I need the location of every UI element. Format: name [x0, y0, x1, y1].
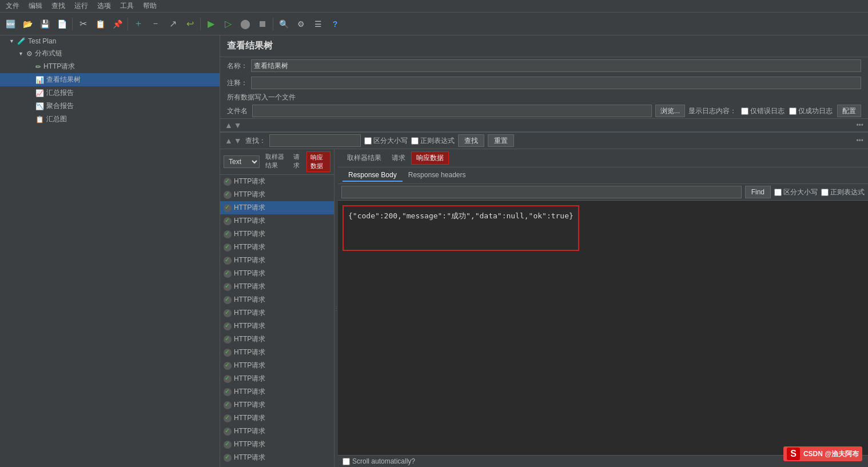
- tree-result-tree[interactable]: 📊 查看结果树: [0, 73, 220, 86]
- request-item-20[interactable]: HTTP请求: [220, 438, 334, 451]
- menu-tools[interactable]: 工具: [117, 0, 137, 12]
- toolbar-new[interactable]: 🆕: [2, 16, 18, 32]
- menu-options[interactable]: 选项: [94, 0, 114, 12]
- find-button[interactable]: 查找: [458, 134, 484, 147]
- request-item-6[interactable]: HTTP请求: [220, 254, 334, 267]
- tab-sampler-result[interactable]: 取样器结果: [262, 151, 289, 172]
- resp-case-checkbox[interactable]: [774, 189, 782, 196]
- tree-http-request[interactable]: ✏ HTTP请求: [0, 60, 220, 73]
- request-item-5[interactable]: HTTP请求: [220, 241, 334, 254]
- toolbar-list[interactable]: ☰: [310, 16, 326, 32]
- dots-menu-top[interactable]: •••: [856, 121, 863, 129]
- search-arrows2: ▲ ▼: [225, 136, 242, 145]
- toolbar-minus[interactable]: －: [148, 16, 164, 32]
- up-arrow2-icon[interactable]: ▲: [225, 136, 233, 145]
- response-find-button[interactable]: Find: [745, 186, 771, 198]
- resp-tab-sampler[interactable]: 取样器结果: [343, 151, 386, 165]
- tree-test-plan[interactable]: ▼ 🧪 Test Plan: [0, 35, 220, 47]
- comment-row: 注释：: [220, 74, 868, 91]
- format-select[interactable]: Text HTML JSON XML: [224, 155, 260, 168]
- request-item-9[interactable]: HTTP请求: [220, 293, 334, 306]
- toolbar-open[interactable]: 📂: [19, 16, 35, 32]
- request-item-21[interactable]: HTTP请求: [220, 451, 334, 464]
- request-label-7: HTTP请求: [234, 269, 265, 278]
- toolbar-paste[interactable]: 📌: [109, 16, 125, 32]
- request-item-3[interactable]: HTTP请求: [220, 214, 334, 227]
- config-button[interactable]: 配置: [837, 105, 861, 117]
- comment-input[interactable]: [251, 77, 861, 89]
- browse-button[interactable]: 浏览...: [655, 105, 685, 117]
- toolbar-saveas[interactable]: 📄: [54, 16, 70, 32]
- scroll-auto-checkbox[interactable]: [343, 458, 350, 465]
- file-input[interactable]: [252, 105, 652, 117]
- resp-tab-request[interactable]: 请求: [387, 151, 410, 165]
- menu-help[interactable]: 帮助: [140, 0, 160, 12]
- tree-distributed[interactable]: ▼ ⚙ 分布式链: [0, 47, 220, 60]
- up-arrow-icon[interactable]: ▲: [225, 121, 233, 130]
- request-item-11[interactable]: HTTP请求: [220, 320, 334, 333]
- request-item-13[interactable]: HTTP请求: [220, 346, 334, 359]
- menu-edit[interactable]: 编辑: [25, 0, 46, 12]
- tree-summary[interactable]: 📈 汇总报告: [0, 86, 220, 99]
- resp-tab-response-data[interactable]: 响应数据: [411, 151, 449, 165]
- toolbar-save[interactable]: 💾: [37, 16, 53, 32]
- toolbar-help[interactable]: ?: [327, 16, 343, 32]
- request-item-8[interactable]: HTTP请求: [220, 280, 334, 293]
- dots-menu-search[interactable]: •••: [856, 137, 863, 145]
- sub-tab-headers[interactable]: Response headers: [403, 169, 472, 182]
- search-input[interactable]: [269, 134, 361, 147]
- toolbar-magnify[interactable]: 🔍: [276, 16, 292, 32]
- menu-run[interactable]: 运行: [71, 0, 91, 12]
- request-label-8: HTTP请求: [234, 282, 265, 292]
- request-item-0[interactable]: HTTP请求: [220, 175, 334, 188]
- tab-response-data[interactable]: 响应数据: [306, 151, 331, 172]
- request-item-17[interactable]: HTTP请求: [220, 398, 334, 412]
- toolbar-start-no-pause[interactable]: ▷: [220, 16, 236, 32]
- name-input[interactable]: [251, 59, 861, 72]
- toolbar-copy[interactable]: 📋: [92, 16, 108, 32]
- toolbar-start[interactable]: ▶: [203, 16, 219, 32]
- result-tree-label: 查看结果树: [46, 75, 81, 85]
- reset-button[interactable]: 重置: [488, 134, 514, 147]
- request-item-2[interactable]: HTTP请求: [220, 201, 334, 214]
- down-arrow-icon[interactable]: ▼: [234, 121, 242, 130]
- toolbar-stop2[interactable]: ⏹: [254, 16, 270, 32]
- request-item-22[interactable]: HTTP请求: [220, 464, 334, 467]
- toolbar-add[interactable]: ＋: [130, 16, 146, 32]
- request-item-10[interactable]: HTTP请求: [220, 306, 334, 320]
- sub-tab-body[interactable]: Response Body: [343, 169, 403, 182]
- request-label-20: HTTP请求: [234, 440, 265, 449]
- down-arrow2-icon[interactable]: ▼: [234, 136, 242, 145]
- response-search-input[interactable]: [341, 186, 742, 198]
- toolbar-cut[interactable]: ✂: [75, 16, 91, 32]
- tab-request[interactable]: 请求: [290, 151, 305, 172]
- request-item-16[interactable]: HTTP请求: [220, 385, 334, 398]
- request-item-12[interactable]: HTTP请求: [220, 333, 334, 346]
- request-label-5: HTTP请求: [234, 242, 265, 252]
- tree-total[interactable]: 📋 汇总图: [0, 113, 220, 126]
- resp-regex-checkbox[interactable]: [821, 189, 829, 196]
- regex-checkbox[interactable]: [411, 137, 419, 145]
- request-item-18[interactable]: HTTP请求: [220, 412, 334, 425]
- request-item-14[interactable]: HTTP请求: [220, 359, 334, 372]
- toolbar-stop[interactable]: ⬤: [237, 16, 253, 32]
- success-log-checkbox[interactable]: [789, 107, 797, 115]
- request-item-4[interactable]: HTTP请求: [220, 227, 334, 241]
- distributed-label: 分布式链: [35, 49, 62, 58]
- distributed-icon: ⚙: [26, 50, 33, 58]
- toolbar-expand[interactable]: ↗: [165, 16, 181, 32]
- request-item-19[interactable]: HTTP请求: [220, 425, 334, 438]
- menu-file[interactable]: 文件: [2, 0, 23, 12]
- request-item-1[interactable]: HTTP请求: [220, 188, 334, 201]
- total-icon: 📋: [35, 115, 44, 123]
- case-sensitive-checkbox[interactable]: [364, 137, 372, 145]
- success-log-row: 仅成功日志: [789, 106, 833, 116]
- request-item-7[interactable]: HTTP请求: [220, 267, 334, 280]
- toolbar-arrow[interactable]: ↩: [182, 16, 198, 32]
- toolbar-record[interactable]: ⚙: [293, 16, 309, 32]
- request-item-15[interactable]: HTTP请求: [220, 372, 334, 385]
- menu-find[interactable]: 查找: [48, 0, 69, 12]
- watermark-s-icon: S: [787, 448, 800, 460]
- error-log-checkbox[interactable]: [741, 107, 748, 115]
- tree-aggregate[interactable]: 📉 聚合报告: [0, 99, 220, 113]
